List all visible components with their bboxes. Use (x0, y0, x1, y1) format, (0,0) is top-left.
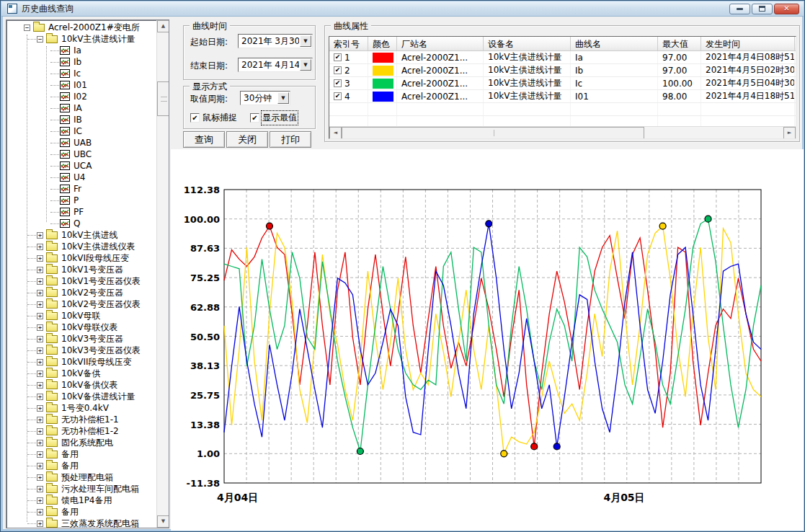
expand-icon[interactable]: + (37, 405, 43, 412)
expand-icon[interactable]: + (37, 486, 43, 492)
scroll-right-icon[interactable]: ► (783, 127, 796, 139)
tree-item-folder[interactable]: +污水处理车间配电箱 (6, 483, 156, 495)
column-header-7[interactable]: 发生时间 (701, 37, 795, 50)
column-header-3[interactable]: 厂站名 (397, 37, 484, 50)
tree-item-folder[interactable]: +10kV备供 (6, 368, 156, 379)
expand-icon[interactable]: + (37, 463, 43, 469)
expand-icon[interactable]: + (37, 324, 43, 331)
tree-scrollbar-thumb[interactable] (157, 81, 169, 116)
column-header-1[interactable]: 索引号 (329, 37, 368, 50)
collapse-icon[interactable]: − (37, 36, 43, 43)
expand-icon[interactable]: + (37, 474, 43, 481)
checkbox-check-icon[interactable]: ✔ (190, 113, 200, 123)
show-extremes-checkbox[interactable]: ✔ 显示最值 (250, 112, 297, 124)
mouse-capture-checkbox[interactable]: ✔ 鼠标捕捉 (190, 112, 237, 124)
expand-icon[interactable]: + (37, 359, 43, 365)
tree-item-folder[interactable]: +10kV母联 (6, 310, 156, 322)
end-date-combo[interactable]: 2021年 4月14 ▼ (238, 58, 313, 72)
expand-icon[interactable]: + (37, 520, 43, 527)
min-marker-Ib[interactable] (501, 451, 507, 457)
tree-item-folder[interactable]: +10kV1号变压器 (6, 264, 156, 275)
tree-item-folder[interactable]: +10kV2号变压器仪表 (6, 298, 156, 310)
close-action-button[interactable]: 关闭 (226, 131, 268, 148)
tree-item-root[interactable]: −Acrel-2000Z1#变电所 (6, 22, 156, 33)
tree-item-folder[interactable]: +固化系统配电 (6, 437, 156, 448)
row-checkbox[interactable]: ✔ (334, 92, 342, 100)
curve-table-row-Ib[interactable]: ✔2Acrel-2000Z1...10kV主供进线计量Ib97.002021年4… (329, 64, 796, 77)
expand-icon[interactable]: + (37, 232, 43, 239)
max-marker-I01[interactable] (486, 221, 492, 227)
tree-item-folder[interactable]: +10kV主供进线 (6, 229, 156, 241)
tree-item-curve-Ib[interactable]: Ib (6, 56, 156, 68)
expand-icon[interactable]: + (37, 313, 43, 319)
tree-item-curve-IC[interactable]: IC (6, 125, 156, 137)
row-checkbox[interactable]: ✔ (334, 79, 342, 87)
tree-item-folder[interactable]: +10kV母联仪表 (6, 322, 156, 333)
curve-table-row-Ic[interactable]: ✔3Acrel-2000Z1...10kV主供进线计量Ic100.002021年… (329, 77, 796, 90)
tree-item-curve-UBC[interactable]: UBC (6, 148, 156, 160)
chevron-down-icon[interactable]: ▼ (277, 92, 289, 104)
tree-item-curve-Ia[interactable]: Ia (6, 45, 156, 56)
expand-icon[interactable]: + (37, 301, 43, 308)
table-hscrollbar[interactable]: ◄ ► (329, 126, 796, 138)
expand-icon[interactable]: + (37, 417, 43, 423)
curve-table-row-I01[interactable]: ✔4Acrel-2000Z1...10kV主供进线计量I0198.002021年… (329, 90, 796, 103)
column-header-4[interactable]: 设备名 (484, 37, 571, 50)
collapse-icon[interactable]: − (24, 25, 30, 31)
tree-item-folder[interactable]: +无功补偿柜1-1 (6, 414, 156, 425)
table-hscrollbar-thumb[interactable] (342, 127, 644, 139)
period-combo[interactable]: 30分钟 ▼ (240, 91, 290, 105)
expand-icon[interactable]: + (37, 440, 43, 446)
expand-icon[interactable]: + (37, 394, 43, 400)
tree-item-curve-I02[interactable]: I02 (6, 91, 156, 102)
max-marker-Ic[interactable] (705, 216, 711, 222)
min-marker-Ic[interactable] (357, 448, 363, 454)
tree-item-folder[interactable]: +三效蒸发系统配电箱 (6, 518, 156, 528)
curve-table-row-Ia[interactable]: ✔1Acrel-2000Z1...10kV主供进线计量Ia97.002021年4… (329, 51, 796, 64)
tree-item-curve-Q[interactable]: Q (6, 218, 156, 229)
tree-item-folder[interactable]: +10kVI段母线压变 (6, 252, 156, 264)
tree-item-curve-IA[interactable]: IA (6, 102, 156, 114)
scroll-up-icon[interactable]: ▲ (157, 20, 169, 32)
tree-item-folder[interactable]: +10kV2号变压器 (6, 287, 156, 298)
curve-table-header[interactable]: 索引号颜色厂站名设备名曲线名最大值发生时间 (329, 37, 796, 51)
titlebar[interactable]: 历史曲线查询 ✕ (1, 1, 804, 17)
expand-icon[interactable]: + (37, 244, 43, 250)
max-marker-Ib[interactable] (659, 223, 666, 229)
scroll-down-icon[interactable]: ▼ (157, 515, 169, 528)
max-marker-Ia[interactable] (266, 223, 272, 229)
tree-item-folder[interactable]: +10kV1号变压器仪表 (6, 275, 156, 287)
expand-icon[interactable]: + (37, 278, 43, 285)
tree-item-curve-U4[interactable]: U4 (6, 172, 156, 183)
tree-item-folder[interactable]: +10kV备供进线计量 (6, 391, 156, 402)
history-curve-chart[interactable]: 112.38100.0087.6375.2562.8850.5038.1325.… (171, 149, 804, 531)
start-date-combo[interactable]: 2021年 3月30 ▼ (238, 34, 313, 48)
tree-item-curve-UCA[interactable]: UCA (6, 160, 156, 172)
tree-item-folder[interactable]: +1号变0.4kV (6, 402, 156, 414)
tree-item-curve-P[interactable]: P (6, 195, 156, 206)
tree-item-folder[interactable]: +10kV3号变压器 (6, 333, 156, 345)
tree-item-curve-I01[interactable]: I01 (6, 79, 156, 91)
print-button[interactable]: 打印 (270, 131, 311, 148)
expand-icon[interactable]: + (37, 428, 43, 435)
tree-item-curve-IB[interactable]: IB (6, 114, 156, 125)
maximize-button[interactable] (752, 4, 773, 14)
tree-scrollbar[interactable]: ▲ ▼ (156, 20, 169, 528)
chevron-down-icon[interactable]: ▼ (300, 59, 311, 71)
tree-item-folder[interactable]: +10kV主供进线仪表 (6, 241, 156, 252)
tree-item-folder[interactable]: +预处理配电箱 (6, 471, 156, 483)
row-checkbox[interactable]: ✔ (334, 66, 342, 74)
expand-icon[interactable]: + (37, 267, 43, 273)
min-marker-I01[interactable] (553, 443, 560, 450)
tree-item-curve-Fr[interactable]: Fr (6, 183, 156, 195)
tree-item-folder[interactable]: +备用 (6, 448, 156, 460)
expand-icon[interactable]: + (37, 509, 43, 515)
tree-item-folder[interactable]: +备用 (6, 506, 156, 518)
minimize-button[interactable] (729, 4, 750, 14)
expand-icon[interactable]: + (37, 382, 43, 389)
tree-item-folder[interactable]: +无功补偿柜1-2 (6, 425, 156, 437)
expand-icon[interactable]: + (37, 347, 43, 354)
tree-item-folder[interactable]: +10kVII段母线压变 (6, 356, 156, 368)
expand-icon[interactable]: + (37, 336, 43, 342)
tree-item-folder[interactable]: +10kV3号变压器仪表 (6, 345, 156, 356)
